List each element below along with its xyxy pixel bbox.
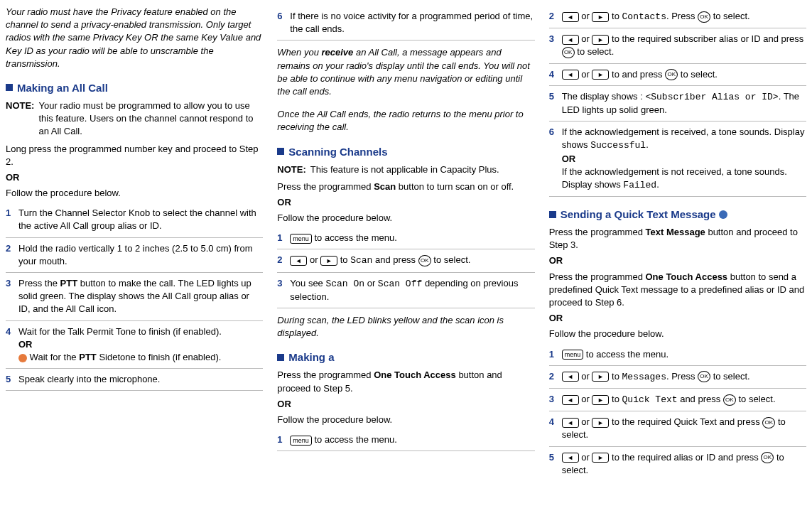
menu-quick-text: Quick Text bbox=[622, 394, 678, 405]
step-row: 1 menu to access the menu. bbox=[277, 227, 534, 249]
text: or bbox=[579, 371, 592, 382]
step-number: 6 bbox=[549, 126, 562, 192]
text: The display shows : bbox=[562, 91, 646, 102]
step-row: 3 ◄ or ► to Quick Text and press OK to s… bbox=[549, 389, 806, 411]
left-key-icon: ◄ bbox=[290, 256, 307, 266]
text: Press the programmed bbox=[549, 271, 646, 282]
follow-text: Follow the procedure below. bbox=[549, 328, 806, 340]
or-text: OR bbox=[277, 196, 534, 209]
text: or bbox=[579, 33, 592, 44]
step-number: 5 bbox=[549, 90, 562, 117]
text: to bbox=[609, 11, 622, 21]
ok-key-icon: OK bbox=[761, 452, 774, 463]
text: . bbox=[656, 179, 659, 190]
status-failed: Failed bbox=[623, 180, 656, 190]
heading-making-a: Making a bbox=[277, 350, 534, 365]
heading-all-call: Making an All Call bbox=[6, 80, 263, 95]
text: to and press bbox=[609, 69, 665, 80]
step-body: ◄ or ► to the required subscriber alias … bbox=[562, 33, 806, 58]
text-message-bold: Text Message bbox=[646, 227, 705, 237]
step-number: 1 bbox=[6, 207, 18, 232]
left-key-icon: ◄ bbox=[562, 70, 579, 80]
text: Press the programmed bbox=[277, 369, 374, 380]
right-key-icon: ► bbox=[592, 372, 609, 382]
step-number: 2 bbox=[6, 242, 18, 268]
text: to select. bbox=[710, 11, 750, 21]
step-body: menu to access the menu. bbox=[290, 433, 534, 446]
step-row: 1 menu to access the menu. bbox=[277, 429, 534, 451]
text: to access the menu. bbox=[583, 349, 668, 360]
step-number: 2 bbox=[549, 370, 562, 384]
menu-key-icon: menu bbox=[290, 436, 312, 446]
ok-key-icon: OK bbox=[418, 255, 431, 266]
menu-key-icon: menu bbox=[562, 350, 584, 360]
left-key-icon: ◄ bbox=[562, 35, 579, 45]
step-row: 5 The display shows : <Subscriber Alias … bbox=[549, 86, 806, 122]
step-row: 2 ◄ or ► to Messages. Press OK to select… bbox=[549, 366, 806, 389]
one-touch-bold: One Touch Access bbox=[374, 369, 456, 380]
text: to select. bbox=[431, 254, 471, 265]
text: to bbox=[337, 254, 350, 265]
step-number: 1 bbox=[277, 433, 290, 446]
text: or bbox=[364, 278, 378, 288]
receive-italic: When you receive an All Call, a message … bbox=[277, 46, 534, 98]
step-number: 4 bbox=[6, 325, 18, 365]
text: If the acknowledgement is not received, … bbox=[562, 166, 787, 190]
menu-contacts: Contacts bbox=[622, 11, 666, 22]
text: Press the programmed bbox=[549, 227, 646, 237]
text: You see bbox=[290, 278, 325, 288]
step-body: ◄ or ► to Contacts. Press OK to select. bbox=[562, 10, 806, 23]
menu-scan: Scan bbox=[350, 255, 372, 266]
step-number: 3 bbox=[277, 277, 290, 303]
text: or bbox=[579, 416, 592, 427]
step-body: If the acknowledgement is received, a to… bbox=[562, 126, 806, 192]
right-key-icon: ► bbox=[592, 12, 609, 22]
text: Wait for the bbox=[27, 352, 79, 362]
right-key-icon: ► bbox=[592, 35, 609, 45]
scan-off: Scan Off bbox=[378, 279, 422, 289]
follow-text: Follow the procedure below. bbox=[6, 187, 263, 200]
step-row: 5 ◄ or ► to the required alias or ID and… bbox=[549, 447, 806, 481]
step-row: 2 ◄ or ► to Contacts. Press OK to select… bbox=[549, 6, 806, 28]
text: . bbox=[646, 139, 649, 150]
follow-text: Follow the procedure below. bbox=[277, 414, 534, 426]
privacy-intro: Your radio must have the Privacy feature… bbox=[6, 6, 263, 70]
status-successful: Successful bbox=[590, 140, 646, 151]
note-body: This feature is not applicable in Capaci… bbox=[310, 163, 499, 176]
text: to the required subscriber alias or ID a… bbox=[609, 33, 803, 44]
step-row: 3 Press the PTT button to make the call.… bbox=[6, 273, 263, 321]
text: Sidetone to finish (if enabled). bbox=[97, 352, 222, 362]
text: or bbox=[579, 452, 592, 463]
return-italic: Once the All Call ends, the radio return… bbox=[277, 108, 534, 134]
or-text: OR bbox=[6, 171, 263, 184]
step-number: 4 bbox=[549, 68, 562, 81]
ptt-bold: PTT bbox=[79, 352, 97, 362]
one-touch-quick: Press the programmed One Touch Access bu… bbox=[549, 271, 806, 310]
step-row: 4 ◄ or ► to the required Quick Text and … bbox=[549, 411, 806, 446]
text: to bbox=[609, 371, 622, 382]
text: or bbox=[579, 394, 592, 404]
note-scan: NOTE: This feature is not applicable in … bbox=[277, 163, 534, 176]
left-key-icon: ◄ bbox=[562, 395, 579, 405]
heading-text: Sending a Quick Text Message bbox=[561, 207, 716, 222]
menu-messages: Messages bbox=[622, 372, 666, 382]
step-body: Hold the radio vertically 1 to 2 inches … bbox=[18, 242, 263, 268]
text: to select. bbox=[678, 69, 718, 80]
subscriber-template: <Subscriber Alias or ID> bbox=[645, 92, 778, 102]
menu-key-icon: menu bbox=[290, 234, 312, 244]
text: to select. bbox=[710, 371, 750, 382]
text: and press bbox=[678, 394, 723, 404]
step-number: 5 bbox=[6, 373, 18, 386]
one-touch-text: Press the programmed One Touch Access bu… bbox=[277, 369, 534, 394]
column-1: Your radio must have the Privacy feature… bbox=[6, 6, 263, 481]
text: and press bbox=[372, 254, 418, 265]
scan-led-italic: During scan, the LED blinks yellow and t… bbox=[277, 314, 534, 340]
ok-key-icon: OK bbox=[665, 69, 678, 80]
feature-dot-icon bbox=[719, 210, 727, 219]
follow-text: Follow the procedure below. bbox=[277, 212, 534, 225]
ok-key-icon: OK bbox=[698, 371, 710, 382]
step-row: 4 Wait for the Talk Permit Tone to finis… bbox=[6, 321, 263, 369]
left-key-icon: ◄ bbox=[562, 12, 579, 22]
step-body: ◄ or ► to Quick Text and press OK to sel… bbox=[562, 393, 806, 406]
step-number: 5 bbox=[549, 451, 562, 477]
